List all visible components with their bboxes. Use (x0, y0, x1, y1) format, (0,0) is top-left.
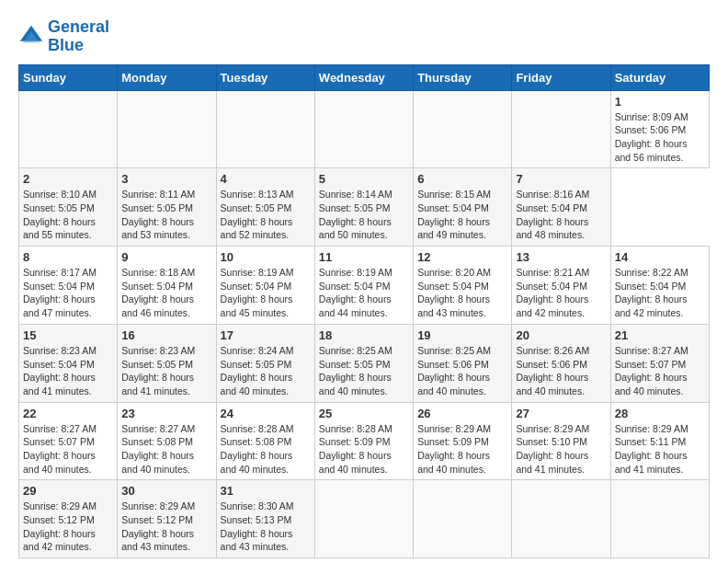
day-number: 28 (615, 407, 705, 420)
day-info: Sunrise: 8:28 AMSunset: 5:08 PMDaylight:… (221, 422, 311, 477)
calendar-day-6: 6 Sunrise: 8:15 AMSunset: 5:04 PMDayligh… (414, 168, 512, 247)
day-header-wednesday: Wednesday (314, 64, 413, 90)
day-number: 9 (121, 250, 211, 264)
day-number: 10 (221, 250, 311, 264)
empty-cell (118, 90, 216, 168)
day-number: 24 (221, 407, 311, 420)
calendar-day-21: 21 Sunrise: 8:27 AMSunset: 5:07 PMDaylig… (610, 324, 709, 402)
day-info: Sunrise: 8:29 AMSunset: 5:10 PMDaylight:… (516, 422, 606, 477)
day-info: Sunrise: 8:27 AMSunset: 5:08 PMDaylight:… (121, 422, 211, 477)
calendar-day-30: 30 Sunrise: 8:29 AMSunset: 5:12 PMDaylig… (118, 480, 216, 558)
day-header-thursday: Thursday (414, 64, 512, 90)
calendar-body: 1 Sunrise: 8:09 AMSunset: 5:06 PMDayligh… (19, 90, 710, 558)
day-number: 7 (516, 172, 606, 186)
day-info: Sunrise: 8:16 AMSunset: 5:04 PMDaylight:… (516, 188, 606, 242)
logo: General Blue (18, 18, 109, 55)
day-header-monday: Monday (118, 64, 216, 90)
calendar-day-7: 7 Sunrise: 8:16 AMSunset: 5:04 PMDayligh… (512, 168, 610, 247)
calendar-day-27: 27 Sunrise: 8:29 AMSunset: 5:10 PMDaylig… (512, 402, 610, 480)
day-number: 5 (319, 172, 409, 186)
day-info: Sunrise: 8:27 AMSunset: 5:07 PMDaylight:… (23, 422, 113, 477)
empty-cell (216, 90, 314, 168)
calendar-day-31: 31 Sunrise: 8:30 AMSunset: 5:13 PMDaylig… (216, 480, 314, 558)
calendar-header-row: SundayMondayTuesdayWednesdayThursdayFrid… (19, 64, 710, 90)
day-header-tuesday: Tuesday (216, 64, 314, 90)
day-header-friday: Friday (512, 64, 610, 90)
day-info: Sunrise: 8:25 AMSunset: 5:05 PMDaylight:… (319, 344, 409, 398)
day-number: 25 (319, 407, 409, 420)
day-info: Sunrise: 8:10 AMSunset: 5:05 PMDaylight:… (23, 188, 113, 242)
day-number: 26 (417, 407, 507, 420)
day-info: Sunrise: 8:09 AMSunset: 5:06 PMDaylight:… (615, 110, 705, 165)
calendar-table: SundayMondayTuesdayWednesdayThursdayFrid… (18, 64, 710, 559)
day-number: 14 (615, 250, 705, 264)
day-info: Sunrise: 8:23 AMSunset: 5:05 PMDaylight:… (121, 344, 211, 398)
logo-text: General Blue (48, 18, 109, 55)
day-number: 22 (23, 407, 113, 420)
day-number: 12 (417, 250, 507, 264)
week-row-4: 22 Sunrise: 8:27 AMSunset: 5:07 PMDaylig… (19, 402, 710, 480)
calendar-day-14: 14 Sunrise: 8:22 AMSunset: 5:04 PMDaylig… (610, 247, 709, 325)
day-number: 31 (221, 484, 311, 498)
day-number: 13 (516, 250, 606, 264)
calendar-day-5: 5 Sunrise: 8:14 AMSunset: 5:05 PMDayligh… (314, 168, 413, 247)
day-number: 19 (417, 328, 507, 342)
day-info: Sunrise: 8:22 AMSunset: 5:04 PMDaylight:… (615, 266, 705, 320)
calendar-day-24: 24 Sunrise: 8:28 AMSunset: 5:08 PMDaylig… (216, 402, 314, 480)
calendar-day-17: 17 Sunrise: 8:24 AMSunset: 5:05 PMDaylig… (216, 324, 314, 402)
day-number: 6 (417, 172, 507, 186)
calendar-day-28: 28 Sunrise: 8:29 AMSunset: 5:11 PMDaylig… (610, 402, 709, 480)
day-info: Sunrise: 8:29 AMSunset: 5:12 PMDaylight:… (23, 500, 113, 554)
week-row-3: 15 Sunrise: 8:23 AMSunset: 5:04 PMDaylig… (19, 324, 710, 402)
day-info: Sunrise: 8:13 AMSunset: 5:05 PMDaylight:… (221, 188, 311, 242)
day-number: 1 (615, 95, 705, 109)
day-info: Sunrise: 8:29 AMSunset: 5:11 PMDaylight:… (615, 422, 705, 477)
day-info: Sunrise: 8:18 AMSunset: 5:04 PMDaylight:… (121, 266, 211, 320)
day-info: Sunrise: 8:28 AMSunset: 5:09 PMDaylight:… (319, 422, 409, 477)
empty-cell (414, 90, 512, 168)
day-number: 17 (221, 328, 311, 342)
calendar-day-26: 26 Sunrise: 8:29 AMSunset: 5:09 PMDaylig… (414, 402, 512, 480)
calendar-day-3: 3 Sunrise: 8:11 AMSunset: 5:05 PMDayligh… (118, 168, 216, 247)
empty-cell (314, 90, 413, 168)
calendar-day-10: 10 Sunrise: 8:19 AMSunset: 5:04 PMDaylig… (216, 247, 314, 325)
calendar-day-9: 9 Sunrise: 8:18 AMSunset: 5:04 PMDayligh… (118, 247, 216, 325)
calendar-day-8: 8 Sunrise: 8:17 AMSunset: 5:04 PMDayligh… (19, 247, 118, 325)
day-info: Sunrise: 8:19 AMSunset: 5:04 PMDaylight:… (221, 266, 311, 320)
day-info: Sunrise: 8:17 AMSunset: 5:04 PMDaylight:… (23, 266, 113, 320)
day-number: 29 (23, 484, 113, 498)
day-number: 23 (121, 407, 211, 420)
day-info: Sunrise: 8:11 AMSunset: 5:05 PMDaylight:… (121, 188, 211, 242)
day-info: Sunrise: 8:14 AMSunset: 5:05 PMDaylight:… (319, 188, 409, 242)
day-info: Sunrise: 8:26 AMSunset: 5:06 PMDaylight:… (516, 344, 606, 398)
day-number: 4 (221, 172, 311, 186)
day-number: 2 (23, 172, 113, 186)
day-number: 16 (121, 328, 211, 342)
logo-icon (18, 24, 44, 50)
day-number: 18 (319, 328, 409, 342)
day-number: 15 (23, 328, 113, 342)
calendar-day-12: 12 Sunrise: 8:20 AMSunset: 5:04 PMDaylig… (414, 247, 512, 325)
day-info: Sunrise: 8:29 AMSunset: 5:12 PMDaylight:… (121, 500, 211, 554)
calendar-day-25: 25 Sunrise: 8:28 AMSunset: 5:09 PMDaylig… (314, 402, 413, 480)
day-number: 30 (121, 484, 211, 498)
day-number: 11 (319, 250, 409, 264)
day-info: Sunrise: 8:29 AMSunset: 5:09 PMDaylight:… (417, 422, 507, 477)
day-number: 27 (516, 407, 606, 420)
calendar-day-2: 2 Sunrise: 8:10 AMSunset: 5:05 PMDayligh… (19, 168, 118, 247)
header: General Blue (18, 18, 710, 55)
day-info: Sunrise: 8:21 AMSunset: 5:04 PMDaylight:… (516, 266, 606, 320)
calendar-day-22: 22 Sunrise: 8:27 AMSunset: 5:07 PMDaylig… (19, 402, 118, 480)
day-header-saturday: Saturday (610, 64, 709, 90)
empty-cell (512, 90, 610, 168)
day-info: Sunrise: 8:27 AMSunset: 5:07 PMDaylight:… (615, 344, 705, 398)
calendar-day-4: 4 Sunrise: 8:13 AMSunset: 5:05 PMDayligh… (216, 168, 314, 247)
day-number: 3 (121, 172, 211, 186)
day-number: 21 (615, 328, 705, 342)
week-row-2: 8 Sunrise: 8:17 AMSunset: 5:04 PMDayligh… (19, 247, 710, 325)
calendar-day-29: 29 Sunrise: 8:29 AMSunset: 5:12 PMDaylig… (19, 480, 118, 558)
calendar-day-13: 13 Sunrise: 8:21 AMSunset: 5:04 PMDaylig… (512, 247, 610, 325)
day-info: Sunrise: 8:15 AMSunset: 5:04 PMDaylight:… (417, 188, 507, 242)
empty-cell (314, 480, 413, 558)
day-info: Sunrise: 8:19 AMSunset: 5:04 PMDaylight:… (319, 266, 409, 320)
